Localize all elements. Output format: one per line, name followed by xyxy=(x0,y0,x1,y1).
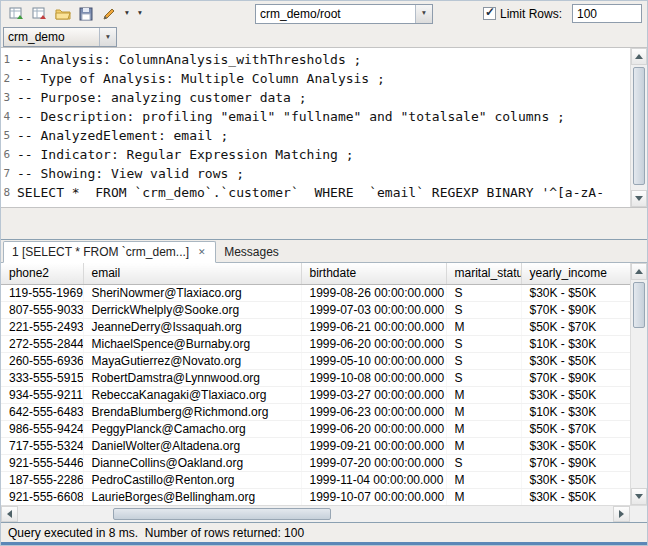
scroll-left-icon[interactable] xyxy=(1,506,18,522)
limit-rows-input[interactable] xyxy=(572,4,642,23)
table-horizontal-scrollbar[interactable] xyxy=(1,505,647,522)
table-cell: $30K - $50K xyxy=(521,386,630,403)
scroll-up-icon[interactable] xyxy=(631,48,647,65)
column-header-marital_status[interactable]: marital_status xyxy=(446,263,521,284)
scroll-right-icon[interactable] xyxy=(613,506,630,522)
table-row[interactable]: 642-555-6483BrendaBlumberg@Richmond.org1… xyxy=(1,403,630,420)
sql-code-text: -- Purpose: analyzing customer data ; xyxy=(17,90,307,105)
table-cell: $10K - $30K xyxy=(521,403,630,420)
table-cell: 1999-06-21 00:00:00.000 xyxy=(301,318,446,335)
column-header-email[interactable]: email xyxy=(83,263,301,284)
table-row[interactable]: 921-555-5446DianneCollins@Oakland.org199… xyxy=(1,454,630,471)
table-row[interactable]: 986-555-9424PeggyPlanck@Camacho.org1999-… xyxy=(1,420,630,437)
tab-label: 1 [SELECT * FROM `crm_dem...] xyxy=(12,245,189,259)
limit-rows-checkbox[interactable] xyxy=(483,7,496,20)
sql-line: 7-- Showing: View valid rows ; xyxy=(1,164,630,183)
scroll-thumb[interactable] xyxy=(113,508,331,520)
table-row[interactable]: 921-555-6608LaurieBorges@Bellingham.org1… xyxy=(1,488,630,505)
scroll-down-icon[interactable] xyxy=(631,488,647,505)
scroll-thumb[interactable] xyxy=(633,67,645,185)
table-cell: 986-555-9424 xyxy=(1,420,83,437)
line-number: 1 xyxy=(1,53,17,66)
tab-1-select-from-crm-dem[interactable]: 1 [SELECT * FROM `crm_dem...] xyxy=(3,241,216,263)
table-row[interactable]: 221-555-2493JeanneDerry@Issaquah.org1999… xyxy=(1,318,630,335)
save-file-icon[interactable] xyxy=(75,3,96,24)
result-table: phone2emailbirthdatemarital_statusyearly… xyxy=(1,263,630,505)
column-header-phone2[interactable]: phone2 xyxy=(1,263,83,284)
scroll-thumb[interactable] xyxy=(633,282,645,328)
tab-messages[interactable]: Messages xyxy=(216,241,287,263)
dropdown-icon[interactable] xyxy=(134,3,145,24)
table-cell: $50K - $70K xyxy=(521,420,630,437)
main-toolbar: crm_demo/root Limit Rows: xyxy=(1,1,647,26)
table-cell: M xyxy=(446,437,521,454)
scroll-track[interactable] xyxy=(18,506,613,522)
status-text: Query executed in 8 ms. Number of rows r… xyxy=(8,526,304,540)
table-vertical-scrollbar[interactable] xyxy=(630,263,647,505)
table-row[interactable]: 333-555-5915RobertDamstra@Lynnwood.org19… xyxy=(1,369,630,386)
open-file-icon[interactable] xyxy=(52,3,73,24)
table-cell: PedroCastillo@Renton.org xyxy=(83,471,301,488)
table-cell: 1999-06-20 00:00:00.000 xyxy=(301,335,446,352)
table-cell: LaurieBorges@Bellingham.org xyxy=(83,488,301,505)
table-cell: 119-555-1969 xyxy=(1,284,83,301)
dropdown-icon[interactable] xyxy=(121,3,132,24)
scroll-track[interactable] xyxy=(631,280,647,488)
table-cell: 1999-03-27 00:00:00.000 xyxy=(301,386,446,403)
table-header-row: phone2emailbirthdatemarital_statusyearly… xyxy=(1,263,630,284)
chevron-down-icon[interactable] xyxy=(99,28,116,46)
table-row[interactable]: 187-555-2286PedroCastillo@Renton.org1999… xyxy=(1,471,630,488)
table-row[interactable]: 119-555-1969SheriNowmer@Tlaxiaco.org1999… xyxy=(1,284,630,301)
table-cell: DerrickWhelply@Sooke.org xyxy=(83,301,301,318)
pencil-icon xyxy=(101,6,117,22)
table-row[interactable]: 272-555-2844MichaelSpence@Burnaby.org199… xyxy=(1,335,630,352)
database-combo[interactable]: crm_demo xyxy=(3,27,117,47)
table-cell: S xyxy=(446,284,521,301)
table-row[interactable]: 807-555-9033DerrickWhelply@Sooke.org1999… xyxy=(1,301,630,318)
status-bar: Query executed in 8 ms. Number of rows r… xyxy=(1,523,647,542)
table-row[interactable]: 717-555-5324DanielWolter@Altadena.org199… xyxy=(1,437,630,454)
scroll-up-icon[interactable] xyxy=(631,263,647,280)
limit-rows-group: Limit Rows: xyxy=(483,4,642,23)
column-header-yearly_income[interactable]: yearly_income xyxy=(521,263,630,284)
export-all-icon[interactable] xyxy=(29,3,50,24)
line-number: 8 xyxy=(1,186,17,199)
sql-code-text: -- Description: profiling "email" "fulln… xyxy=(17,109,565,124)
scroll-track[interactable] xyxy=(631,65,647,190)
database-combo-value: crm_demo xyxy=(4,30,99,44)
export-result-icon xyxy=(9,6,25,22)
table-cell: JeanneDerry@Issaquah.org xyxy=(83,318,301,335)
sql-code-text: -- Showing: View valid rows ; xyxy=(17,166,244,181)
table-cell: 1999-11-04 00:00:00.000 xyxy=(301,471,446,488)
close-icon[interactable] xyxy=(196,247,207,258)
sql-code-text: -- Type of Analysis: Multiple Column Ana… xyxy=(17,71,385,86)
table-cell: PeggyPlanck@Camacho.org xyxy=(83,420,301,437)
splitter[interactable] xyxy=(1,208,647,239)
table-cell: 260-555-6936 xyxy=(1,352,83,369)
table-cell: S xyxy=(446,352,521,369)
table-cell: $70K - $90K xyxy=(521,454,630,471)
line-number: 4 xyxy=(1,110,17,123)
scroll-down-icon[interactable] xyxy=(631,190,647,207)
editor-vertical-scrollbar[interactable] xyxy=(630,48,647,207)
save-icon xyxy=(78,6,94,22)
table-cell: 921-555-6608 xyxy=(1,488,83,505)
table-cell: $10K - $30K xyxy=(521,335,630,352)
table-cell: S xyxy=(446,335,521,352)
table-cell: 717-555-5324 xyxy=(1,437,83,454)
export-result-icon[interactable] xyxy=(6,3,27,24)
table-row[interactable]: 934-555-9211RebeccaKanagaki@Tlaxiaco.org… xyxy=(1,386,630,403)
edit-query-icon[interactable] xyxy=(98,3,119,24)
sql-text[interactable]: 1-- Analysis: ColumnAnalysis_withThresho… xyxy=(1,50,630,202)
sql-editor[interactable]: 1-- Analysis: ColumnAnalysis_withThresho… xyxy=(1,47,647,208)
connection-combo[interactable]: crm_demo/root xyxy=(255,4,433,24)
table-cell: $30K - $50K xyxy=(521,284,630,301)
table-cell: M xyxy=(446,471,521,488)
sql-code-text: -- AnalyzedElement: email ; xyxy=(17,128,228,143)
column-header-birthdate[interactable]: birthdate xyxy=(301,263,446,284)
table-cell: $50K - $70K xyxy=(521,318,630,335)
results-tabbar: 1 [SELECT * FROM `crm_dem...]Messages xyxy=(1,240,647,263)
sql-line: 8SELECT * FROM `crm_demo`.`customer` WHE… xyxy=(1,183,630,202)
table-row[interactable]: 260-555-6936MayaGutierrez@Novato.org1999… xyxy=(1,352,630,369)
chevron-down-icon[interactable] xyxy=(415,5,432,23)
